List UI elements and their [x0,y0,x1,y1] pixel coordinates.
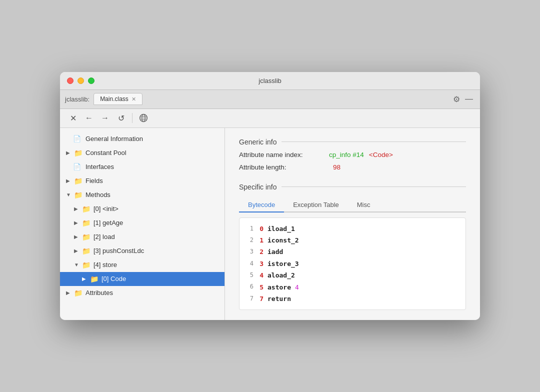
sidebar-item-method-getage[interactable]: ▶ 📁 [1] getAge [60,216,224,230]
bytecode-container: 1 0 iload_1 2 1 iconst_2 3 2 iadd [239,218,466,310]
attribute-length-value: 98 [333,164,340,171]
close-toolbar-btn[interactable]: ✕ [66,111,80,125]
arrow-right: ▶ [74,206,81,212]
toolbar: ✕ ← → ↺ [60,109,480,128]
toolbar-divider [132,113,132,123]
bytecode-row: 1 0 iload_1 [246,223,458,234]
no-arrow [66,136,73,142]
sidebar-item-method-load[interactable]: ▶ 📁 [2] load [60,230,224,244]
arrow-down: ▼ [66,192,73,198]
sidebar-label-methods: Methods [86,191,110,198]
arrow-right: ▶ [74,220,81,226]
tab-bytecode[interactable]: Bytecode [239,198,284,212]
tab-bar-right: ⚙ — [453,94,473,104]
maximize-button[interactable] [88,78,94,84]
bc-instruction-3: iadd [268,246,283,258]
reload-toolbar-btn[interactable]: ↺ [114,111,128,125]
bc-offset-2: 1 [256,234,264,246]
bc-offset-4: 3 [256,258,264,270]
folder-icon: 📁 [73,289,83,297]
bc-line-6: 6 [246,282,254,292]
bytecode-row: 3 2 iadd [246,246,458,258]
sidebar-label-method-pushconstldc: [3] pushConstLdc [94,247,144,254]
window-title: jclasslib [258,77,282,84]
bc-operand-6: 4 [295,282,299,293]
minimize-icon[interactable]: — [465,94,473,104]
tab-bar: jclasslib: Main.class ✕ ⚙ — [60,90,480,109]
bc-offset-6: 5 [256,282,264,293]
folder-icon: 📁 [81,233,91,241]
bc-line-1: 1 [246,224,254,234]
traffic-lights [67,78,94,84]
sidebar-label-method-load: [2] load [94,233,115,240]
folder-icon: 📁 [81,219,91,227]
arrow-right: ▶ [66,150,73,156]
bc-offset-3: 2 [256,246,264,258]
tab-misc[interactable]: Misc [348,198,380,212]
bc-line-7: 7 [246,294,254,304]
bc-instruction-4: istore_3 [268,258,299,270]
folder-icon: 📁 [73,149,83,157]
bytecode-row: 4 3 istore_3 [246,258,458,270]
sidebar-item-methods[interactable]: ▼ 📁 Methods [60,188,224,202]
sidebar-label-method-store: [4] store [94,261,117,268]
browser-toolbar-btn[interactable] [136,111,150,125]
bytecode-row: 6 5 astore 4 [246,282,458,293]
sidebar-label-fields: Fields [86,177,103,184]
attribute-name-type: <Code> [369,151,393,158]
bc-offset-7: 7 [256,293,264,304]
sidebar-item-interfaces[interactable]: 📄 Interfaces [60,160,224,174]
bc-line-2: 2 [246,235,254,246]
attribute-length-label: Attribute length: [239,164,329,171]
bytecode-row: 7 7 return [246,293,458,304]
file-icon: 📄 [73,135,83,143]
sidebar-item-method-init[interactable]: ▶ 📁 [0] <init> [60,202,224,216]
specific-info-section: Specific info Bytecode Exception Table M… [239,183,466,310]
tab-main-class[interactable]: Main.class ✕ [94,93,142,105]
close-button[interactable] [67,78,74,84]
bc-offset-1: 0 [256,223,264,234]
folder-icon: 📁 [89,275,99,283]
specific-info-header: Specific info [239,183,466,191]
folder-icon: 📁 [73,191,83,199]
sidebar-item-attributes[interactable]: ▶ 📁 Attributes [60,286,224,300]
bc-line-5: 5 [246,270,254,281]
sidebar-label-method-getage: [1] getAge [94,219,123,226]
back-toolbar-btn[interactable]: ← [82,111,96,125]
arrow-right: ▶ [82,276,89,282]
minimize-button[interactable] [78,78,84,84]
bc-line-4: 4 [246,258,254,270]
folder-icon: 📁 [81,261,91,269]
folder-icon: 📁 [73,177,83,185]
tab-label: Main.class [100,96,128,102]
no-arrow [66,164,73,170]
attribute-name-row: Attribute name index: cp_info #14 <Code> [239,151,466,158]
sidebar-item-constant-pool[interactable]: ▶ 📁 Constant Pool [60,146,224,160]
arrow-right: ▶ [74,234,81,240]
bc-instruction-5: aload_2 [268,270,295,281]
generic-info-header: Generic info [239,138,466,146]
bc-instruction-7: return [268,293,291,304]
attribute-length-row: Attribute length: 98 [239,164,466,171]
bytecode-row: 2 1 iconst_2 [246,234,458,246]
arrow-right: ▶ [66,290,73,296]
sidebar-item-code[interactable]: ▶ 📁 [0] Code [60,272,224,286]
sidebar-label-code: [0] Code [102,275,126,282]
bc-offset-5: 4 [256,270,264,281]
arrow-right: ▶ [74,248,81,254]
main-content: 📄 General Information ▶ 📁 Constant Pool … [60,128,480,320]
sidebar-label-general-info: General Information [86,135,143,142]
sidebar-item-method-pushconstldc[interactable]: ▶ 📁 [3] pushConstLdc [60,244,224,258]
attribute-name-link[interactable]: cp_info #14 [329,151,364,158]
app-window: jclasslib jclasslib: Main.class ✕ ⚙ — ✕ … [60,72,480,320]
sidebar-item-general-info[interactable]: 📄 General Information [60,132,224,146]
sidebar-label-attributes: Attributes [86,289,113,296]
inner-tabs: Bytecode Exception Table Misc [239,198,466,212]
forward-toolbar-btn[interactable]: → [98,111,112,125]
bc-line-3: 3 [246,246,254,258]
tab-exception-table[interactable]: Exception Table [284,198,348,212]
tab-close-icon[interactable]: ✕ [132,96,136,102]
settings-icon[interactable]: ⚙ [453,94,460,104]
sidebar-item-method-store[interactable]: ▼ 📁 [4] store [60,258,224,272]
sidebar-item-fields[interactable]: ▶ 📁 Fields [60,174,224,188]
